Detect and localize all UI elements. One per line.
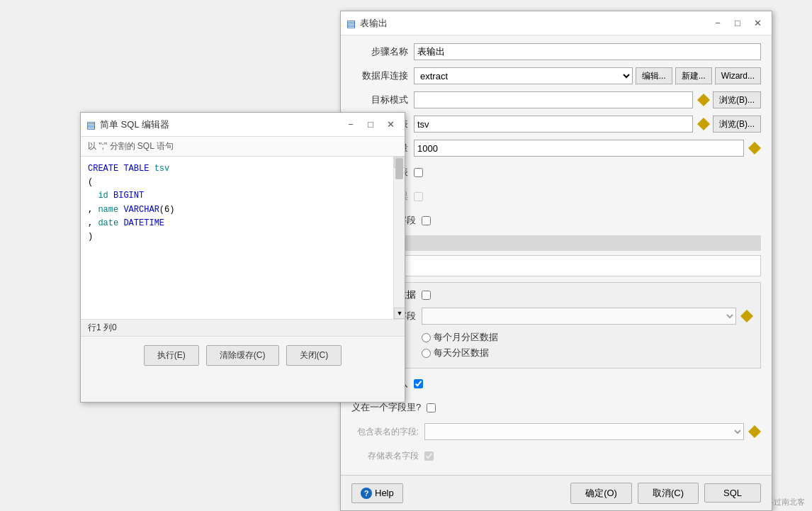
define-field-row: 义在一个字段里? [351, 398, 761, 417]
scroll-down-arrow[interactable]: ▼ [394, 308, 405, 319]
partition-field-diamond[interactable] [740, 310, 753, 322]
form-body: 步骤名称 数据库连接 extract 编辑... 新建... Wizard...… [341, 35, 772, 475]
target-table-input[interactable] [414, 116, 693, 133]
define-field-label: 义在一个字段里? [351, 401, 421, 414]
monthly-partition-label: 每个月分区数据 [434, 331, 498, 344]
sql-editor-window-controls: − □ ✕ [342, 117, 399, 133]
target-schema-diamond[interactable] [697, 94, 710, 106]
clear-cache-button[interactable]: 清除缓存(C) [206, 345, 279, 366]
sql-textarea-wrapper: CREATE TABLE tsv ( id BIGINT , name VARC… [81, 157, 405, 319]
sql-editor-titlebar: ▤ 简单 SQL 编辑器 − □ ✕ [81, 113, 405, 137]
daily-partition-row: 每天分区数据 [359, 347, 753, 359]
sql-status-bar: 行1 列0 [81, 320, 405, 337]
store-table-name-label: 存储表名字段 [351, 450, 419, 462]
partition-field-row: 分区字段 [359, 307, 753, 325]
daily-partition-label: 每天分区数据 [434, 347, 489, 359]
db-fields-header: 库字段 [351, 235, 761, 251]
table-output-title: 表输出 [360, 17, 709, 30]
sql-vertical-scrollbar[interactable]: ▲ ▼ [393, 157, 405, 319]
partition-field-wrapper [422, 308, 753, 325]
partition-data-checkbox[interactable] [422, 291, 431, 300]
monthly-partition-radio[interactable] [422, 333, 431, 342]
target-schema-input[interactable] [414, 91, 693, 108]
truncate-table-checkbox[interactable] [414, 168, 423, 177]
db-connection-wrapper: extract 编辑... 新建... Wizard... [414, 67, 761, 84]
scroll-left-arrow[interactable]: ◀ [81, 320, 92, 320]
table-name-select-wrapper [424, 423, 761, 440]
target-table-input-wrapper: 浏览(B)... [414, 116, 761, 133]
target-table-row: 目标表 浏览(B)... [351, 115, 761, 133]
sql-editor-maximize-button[interactable]: □ [362, 117, 379, 133]
edit-button[interactable]: 编辑... [636, 67, 672, 84]
batch-insert-checkbox[interactable] [414, 379, 423, 388]
ignore-error-checkbox [414, 192, 423, 201]
wizard-button[interactable]: Wizard... [715, 67, 761, 84]
maximize-button[interactable]: □ [729, 16, 746, 31]
sql-button[interactable]: SQL [704, 483, 761, 502]
target-schema-row: 目标模式 浏览(B)... [351, 91, 761, 109]
table-name-diamond[interactable] [748, 425, 761, 438]
target-schema-label: 目标模式 [351, 94, 408, 106]
sql-editor-close-btn[interactable]: 关闭(C) [286, 345, 342, 366]
help-button[interactable]: ? Help [351, 483, 403, 503]
sql-editor-title: 简单 SQL 编辑器 [100, 118, 342, 131]
truncate-table-row: 裁剪表 [351, 163, 761, 181]
db-connection-select[interactable]: extract [414, 67, 633, 84]
store-table-name-row: 存储表名字段 [351, 447, 761, 465]
sql-editor-body: CREATE TABLE tsv ( id BIGINT , name VARC… [81, 157, 405, 320]
help-label: Help [375, 488, 394, 498]
sql-editor-subtitle: 以 ";" 分割的 SQL 语句 [81, 137, 405, 157]
db-connection-label: 数据库连接 [351, 69, 408, 82]
confirm-button[interactable]: 确定(O) [570, 483, 632, 504]
window-controls: − □ ✕ [709, 16, 766, 31]
browse-schema-button[interactable]: 浏览(B)... [713, 91, 761, 108]
partition-field-select[interactable] [422, 308, 736, 325]
table-name-field-label: 包含表名的字段: [351, 426, 419, 438]
partition-data-row: 表分区数据 [359, 288, 753, 301]
commit-size-input-wrapper [414, 140, 761, 157]
sql-code-area[interactable]: CREATE TABLE tsv ( id BIGINT , name VARC… [81, 157, 393, 319]
specify-fields-row: 指定数据库字段 [351, 211, 761, 230]
step-name-input[interactable] [414, 43, 761, 60]
define-field-checkbox[interactable] [427, 403, 436, 412]
db-connection-row: 数据库连接 extract 编辑... 新建... Wizard... [351, 67, 761, 85]
specify-fields-checkbox[interactable] [422, 216, 431, 225]
daily-partition-radio[interactable] [422, 349, 431, 358]
help-icon: ? [361, 488, 372, 499]
cancel-button[interactable]: 取消(C) [638, 483, 699, 504]
commit-size-row: 提交记录数量 [351, 139, 761, 157]
table-name-select[interactable] [424, 423, 744, 440]
ignore-error-row: 忽略插入错误 [351, 187, 761, 206]
step-name-label: 步骤名称 [351, 45, 408, 58]
partition-area: 表分区数据 分区字段 每个月分区数据 每天分区数据 [351, 282, 761, 369]
batch-insert-row: 使用批量插入 [351, 374, 761, 393]
browse-table-button[interactable]: 浏览(B)... [713, 116, 761, 133]
step-name-row: 步骤名称 [351, 43, 761, 61]
target-table-diamond[interactable] [697, 118, 710, 130]
table-name-field-row: 包含表名的字段: [351, 422, 761, 441]
commit-size-diamond[interactable] [748, 142, 761, 155]
scroll-right-arrow[interactable]: ▶ [393, 320, 405, 320]
sql-editor-title-icon: ▤ [86, 119, 96, 130]
execute-button[interactable]: 执行(E) [144, 345, 199, 366]
table-output-titlebar: ▤ 表输出 − □ ✕ [341, 11, 772, 35]
commit-size-input[interactable] [414, 140, 744, 157]
table-output-footer: ? Help 确定(O) 取消(C) SQL [341, 475, 772, 510]
new-button[interactable]: 新建... [675, 67, 712, 84]
sql-editor-window: ▤ 简单 SQL 编辑器 − □ ✕ 以 ";" 分割的 SQL 语句 CREA… [80, 112, 405, 403]
minimize-button[interactable]: − [709, 16, 726, 31]
close-button[interactable]: ✕ [749, 16, 766, 31]
store-table-name-checkbox [424, 451, 434, 461]
sql-horizontal-scrollbar[interactable]: ◀ ▶ [81, 319, 405, 320]
db-fields-area [351, 255, 761, 276]
target-schema-input-wrapper: 浏览(B)... [414, 91, 761, 108]
sql-editor-close-button[interactable]: ✕ [382, 117, 399, 133]
table-output-title-icon: ▤ [346, 18, 356, 29]
monthly-partition-row: 每个月分区数据 [359, 331, 753, 344]
scroll-thumb[interactable] [395, 158, 403, 179]
sql-editor-minimize-button[interactable]: − [342, 117, 359, 133]
sql-editor-footer: 执行(E) 清除缓存(C) 关闭(C) [81, 337, 405, 374]
